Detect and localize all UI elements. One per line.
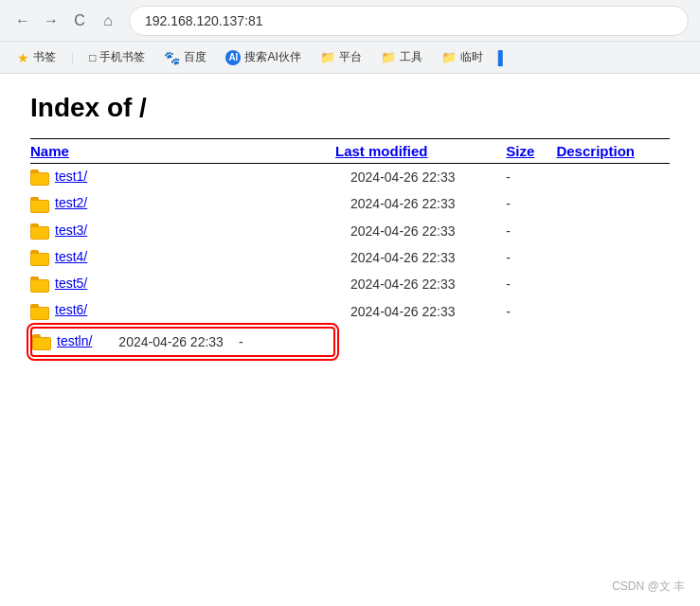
ai-icon: AI — [225, 50, 241, 65]
cell-name: test6/ — [30, 297, 335, 324]
bookmark-temp-label: 临时 — [460, 49, 483, 65]
separator: | — [71, 51, 74, 64]
table-row: test3/2024-04-26 22:33- — [30, 218, 670, 244]
folder-icon — [30, 276, 51, 293]
address-bar[interactable]: 192.168.120.137:81 — [129, 6, 689, 36]
dir-link[interactable]: test1/ — [55, 169, 87, 184]
cell-last-modified: 2024-04-26 22:33 — [335, 271, 506, 297]
more-indicator: ▌ — [498, 50, 508, 65]
bookmark-star-label: 书签 — [33, 49, 56, 65]
baidu-icon: 🐾 — [164, 50, 180, 65]
folder-icon — [30, 303, 51, 320]
cell-description — [556, 271, 670, 297]
col-size-link[interactable]: Size — [506, 143, 534, 159]
folder-icon — [32, 333, 53, 350]
cell-last-modified: 2024-04-26 22:33 — [335, 190, 506, 217]
col-last-modified: Last modified — [335, 139, 506, 164]
dir-link[interactable]: test6/ — [55, 302, 87, 317]
bookmark-star[interactable]: ★ 书签 — [11, 46, 62, 68]
cell-last-modified: 2024-04-26 22:33 — [335, 164, 506, 191]
refresh-button[interactable]: C — [68, 9, 91, 32]
table-row: test2/2024-04-26 22:33- — [30, 190, 670, 217]
bookmarks-bar: ★ 书签 | □ 手机书签 🐾 百度 AI 搜索AI伙伴 📁 平台 📁 工具 📁… — [0, 42, 700, 74]
bookmark-platform[interactable]: 📁 平台 — [314, 46, 368, 68]
cell-last-modified: 2024-04-26 22:33 — [335, 218, 506, 244]
table-row: testln/2024-04-26 22:33- — [30, 327, 335, 357]
col-last-modified-link[interactable]: Last modified — [335, 143, 428, 159]
table-row: test6/2024-04-26 22:33- — [30, 297, 670, 324]
folder-icon — [30, 196, 51, 213]
bookmark-mobile-label: 手机书签 — [99, 49, 145, 65]
bookmark-platform-label: 平台 — [339, 49, 362, 65]
cell-size: - — [239, 329, 259, 355]
folder-icon-temp: 📁 — [441, 50, 457, 64]
table-row: test5/2024-04-26 22:33- — [30, 271, 670, 297]
bookmark-temp[interactable]: 📁 临时 — [436, 46, 489, 68]
bookmark-ai-label: 搜索AI伙伴 — [244, 49, 300, 65]
forward-button[interactable]: → — [40, 9, 63, 32]
folder-icon — [30, 223, 51, 240]
dir-link[interactable]: testln/ — [57, 333, 92, 348]
cell-name: test2/ — [30, 190, 335, 217]
cell-size: - — [506, 164, 556, 191]
cell-last-modified: 2024-04-26 22:33 — [103, 329, 239, 355]
folder-icon-tools: 📁 — [381, 50, 396, 64]
bookmark-tools[interactable]: 📁 工具 — [375, 46, 428, 68]
url-text: 192.168.120.137:81 — [145, 13, 263, 28]
watermark: CSDN @文 丰 — [612, 579, 685, 595]
folder-icon-platform: 📁 — [320, 50, 335, 64]
cell-name: test5/ — [30, 271, 335, 297]
dir-link[interactable]: test5/ — [55, 276, 87, 291]
back-button[interactable]: ← — [11, 9, 34, 32]
col-name: Name — [30, 139, 335, 164]
cell-size: - — [506, 244, 556, 271]
cell-name: test1/ — [30, 164, 335, 191]
folder-icon — [30, 249, 51, 266]
col-description-link[interactable]: Description — [556, 143, 635, 159]
star-icon: ★ — [17, 50, 29, 65]
table-row: test1/2024-04-26 22:33- — [30, 164, 670, 191]
bookmark-baidu[interactable]: 🐾 百度 — [158, 46, 212, 68]
mobile-icon: □ — [89, 51, 96, 64]
cell-description — [556, 297, 670, 324]
cell-last-modified: 2024-04-26 22:33 — [335, 297, 506, 324]
cell-name: test3/ — [30, 218, 335, 244]
cell-size: - — [506, 271, 556, 297]
nav-buttons: ← → C ⌂ — [11, 9, 119, 32]
cell-description — [556, 218, 670, 244]
table-header-row: Name Last modified Size Description — [30, 139, 670, 164]
cell-size: - — [506, 218, 556, 244]
dir-link[interactable]: test4/ — [55, 249, 87, 264]
col-description: Description — [556, 139, 670, 164]
bookmark-baidu-label: 百度 — [184, 49, 206, 65]
cell-last-modified: 2024-04-26 22:33 — [335, 244, 506, 271]
col-size: Size — [506, 139, 556, 164]
home-button[interactable]: ⌂ — [97, 9, 119, 32]
dir-link[interactable]: test3/ — [55, 223, 87, 238]
folder-icon — [30, 169, 51, 186]
cell-description — [259, 329, 270, 355]
dir-link[interactable]: test2/ — [55, 195, 87, 210]
browser-chrome: ← → C ⌂ 192.168.120.137:81 — [0, 0, 700, 42]
cell-name: test4/ — [30, 244, 335, 271]
table-row: test4/2024-04-26 22:33- — [30, 244, 670, 271]
cell-description — [556, 244, 670, 271]
cell-size: - — [506, 190, 556, 217]
cell-name: testln/ — [32, 329, 103, 355]
col-name-link[interactable]: Name — [30, 143, 69, 159]
page-title: Index of / — [30, 93, 670, 123]
cell-description — [556, 164, 670, 191]
bookmark-ai[interactable]: AI 搜索AI伙伴 — [220, 46, 306, 68]
bookmark-mobile[interactable]: □ 手机书签 — [83, 46, 151, 68]
directory-table: Name Last modified Size Description test… — [30, 138, 670, 359]
bookmark-tools-label: 工具 — [400, 49, 422, 65]
cell-description — [556, 190, 670, 217]
cell-size: - — [506, 297, 556, 324]
page-content: Index of / Name Last modified Size Descr… — [0, 74, 700, 378]
